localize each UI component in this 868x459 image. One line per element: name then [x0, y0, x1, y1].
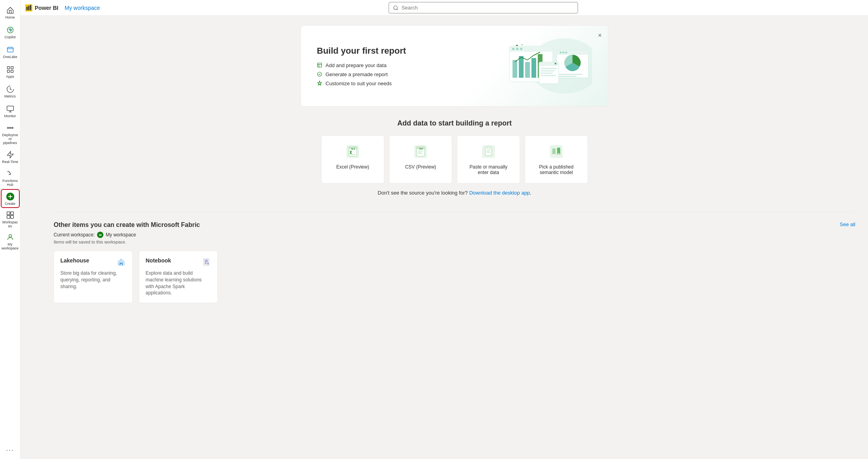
- banner-close-button[interactable]: ×: [597, 30, 603, 41]
- data-card-csv-label: CSV (Preview): [405, 164, 436, 170]
- more-dots-icon: ...: [6, 444, 14, 453]
- fabric-card-notebook[interactable]: Notebook Explore data and build machine …: [139, 251, 218, 303]
- workspace-info-row: Current workspace: M My workspace: [54, 232, 855, 238]
- sidebar-item-pipelines-label: Deployment pipelines: [2, 133, 19, 145]
- svg-point-1: [9, 29, 11, 30]
- svg-point-30: [516, 48, 518, 50]
- data-card-excel[interactable]: XLS Excel (Preview): [321, 135, 384, 184]
- data-card-semantic-label: Pick a published semantic model: [531, 164, 581, 175]
- svg-rect-18: [26, 7, 28, 10]
- download-desktop-app-link[interactable]: Download the desktop app: [469, 190, 530, 196]
- sidebar-item-apps[interactable]: Apps: [1, 62, 20, 81]
- svg-rect-7: [7, 106, 13, 111]
- workspaces-icon: [6, 210, 15, 220]
- svg-rect-3: [7, 67, 9, 69]
- other-items-header: Other items you can create with Microsof…: [54, 221, 855, 229]
- svg-rect-21: [318, 63, 322, 67]
- svg-point-16: [9, 235, 11, 238]
- svg-rect-44: [559, 76, 576, 77]
- svg-rect-66: [486, 150, 490, 151]
- csv-icon: CSV: [413, 144, 428, 159]
- svg-rect-12: [7, 212, 10, 215]
- svg-rect-61: [418, 153, 423, 154]
- svg-rect-70: [552, 148, 556, 155]
- sidebar-item-deployment-pipelines[interactable]: Deployment pipelines: [1, 122, 20, 147]
- section-divider: [54, 212, 855, 212]
- svg-rect-67: [486, 151, 490, 152]
- sidebar-item-home-label: Home: [5, 16, 15, 20]
- sidebar-item-my-workspace[interactable]: My workspace: [1, 231, 20, 252]
- svg-rect-60: [418, 152, 422, 153]
- app-logo: Power BI My workspace: [25, 4, 100, 11]
- monitor-icon: [6, 104, 15, 114]
- see-all-link[interactable]: See all: [840, 221, 855, 227]
- sidebar-item-functions[interactable]: Functions Hub: [1, 167, 20, 189]
- sidebar-item-metrics-label: Metrics: [4, 95, 16, 99]
- svg-rect-49: [541, 73, 553, 74]
- pipelines-icon: [6, 123, 15, 133]
- svg-rect-14: [7, 215, 10, 219]
- data-card-paste-label: Paste or manually enter data: [464, 164, 513, 175]
- svg-point-40: [563, 52, 565, 54]
- workspace-name-label: My workspace: [106, 232, 136, 238]
- sidebar-item-monitor[interactable]: Monitor: [1, 102, 20, 121]
- fabric-card-lakehouse[interactable]: Lakehouse Store big data for cleaning, q…: [54, 251, 133, 303]
- sidebar-item-copilot[interactable]: Copilot: [1, 23, 20, 42]
- realtime-icon: [6, 150, 15, 159]
- sidebar-item-home[interactable]: Home: [1, 3, 20, 22]
- svg-point-29: [512, 48, 514, 50]
- fabric-card-lakehouse-desc: Store big data for cleaning, querying, r…: [60, 270, 126, 290]
- svg-rect-15: [10, 215, 13, 219]
- sidebar-item-metrics[interactable]: Metrics: [1, 82, 20, 101]
- sidebar-item-onelake[interactable]: OneLake: [1, 43, 20, 62]
- svg-rect-69: [550, 145, 563, 158]
- fabric-card-lakehouse-title: Lakehouse: [60, 257, 89, 264]
- topbar: Power BI My workspace: [21, 0, 868, 16]
- sidebar-item-functions-label: Functions Hub: [2, 179, 19, 187]
- sidebar-item-workspaces[interactable]: Workspaces: [1, 209, 20, 230]
- banner-list-item-2: Generate a premade report: [317, 71, 406, 77]
- svg-rect-35: [531, 58, 536, 78]
- sidebar-item-real-time[interactable]: Real-Time: [1, 148, 20, 167]
- svg-point-10: [12, 127, 13, 128]
- sidebar-item-create[interactable]: Create: [1, 189, 20, 208]
- svg-point-31: [520, 48, 522, 50]
- data-card-paste[interactable]: Paste or manually enter data: [457, 135, 520, 184]
- sidebar-more[interactable]: ...: [6, 444, 14, 456]
- sidebar-item-workspaces-label: Workspaces: [2, 221, 19, 229]
- svg-rect-19: [28, 6, 30, 10]
- sidebar-item-realtime-label: Real-Time: [2, 160, 18, 164]
- sidebar-item-my-workspace-label: My workspace: [2, 243, 19, 251]
- svg-rect-28: [509, 46, 553, 52]
- sidebar-item-create-label: Create: [5, 202, 15, 206]
- notebook-icon: [202, 257, 211, 267]
- svg-rect-47: [541, 68, 557, 69]
- table-icon: [317, 62, 322, 68]
- add-data-title: Add data to start building a report: [54, 119, 855, 127]
- banner-list-item-1: Add and prepare your data: [317, 62, 406, 68]
- svg-rect-20: [30, 5, 31, 10]
- banner-list-item-3: Customize to suit your needs: [317, 81, 406, 86]
- create-icon: [6, 192, 15, 201]
- excel-icon: XLS: [345, 144, 361, 159]
- onelake-icon: [6, 45, 15, 54]
- lakehouse-icon: [116, 257, 126, 267]
- search-input[interactable]: [389, 2, 578, 13]
- svg-rect-32: [513, 60, 517, 78]
- svg-rect-13: [10, 212, 13, 215]
- workspace-link[interactable]: My workspace: [65, 5, 100, 11]
- functions-icon: [6, 169, 15, 178]
- fabric-card-notebook-desc: Explore data and build machine learning …: [146, 270, 211, 296]
- data-card-semantic[interactable]: Pick a published semantic model: [525, 135, 588, 184]
- fabric-cards-container: Lakehouse Store big data for cleaning, q…: [54, 251, 855, 303]
- fabric-card-lakehouse-header: Lakehouse: [60, 257, 126, 267]
- desktop-link-row: Don't see the source you're looking for?…: [54, 190, 855, 196]
- svg-rect-4: [11, 67, 13, 69]
- main-content: Build your first report Add and prepare …: [41, 16, 868, 459]
- svg-rect-33: [519, 56, 524, 78]
- home-icon: [6, 6, 15, 15]
- data-card-csv[interactable]: CSV CSV (Preview): [389, 135, 452, 184]
- svg-rect-73: [558, 153, 559, 155]
- workspace-badge: M: [97, 232, 103, 238]
- svg-rect-2: [7, 47, 13, 52]
